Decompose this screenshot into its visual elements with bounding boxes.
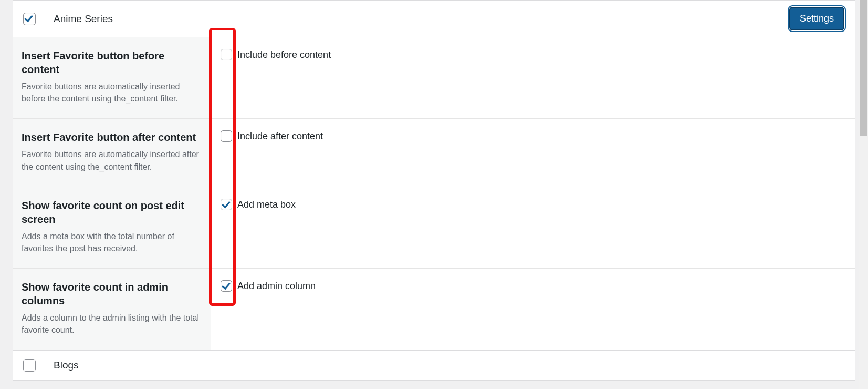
checkbox-label[interactable]: Add admin column	[237, 280, 316, 292]
post-type-title: Blogs	[46, 360, 79, 371]
setting-description: Adds a meta box with the total number of…	[22, 230, 203, 254]
setting-title: Insert Favorite button after content	[22, 130, 203, 144]
post-type-header: Blogs	[13, 351, 855, 380]
scrollbar-thumb[interactable]	[860, 0, 867, 136]
setting-title: Insert Favorite button before content	[22, 49, 203, 76]
post-type-header: Anime Series Settings	[13, 1, 855, 37]
setting-row-add-meta-box: Show favorite count on post edit screenA…	[13, 187, 855, 269]
settings-button[interactable]: Settings	[789, 7, 844, 30]
setting-description: Favorite buttons are automatically inser…	[22, 80, 203, 105]
add-meta-box-checkbox[interactable]	[221, 199, 232, 210]
setting-label-cell: Insert Favorite button before contentFav…	[13, 37, 211, 118]
include-after-content-checkbox[interactable]	[221, 130, 232, 142]
post-type-enable-checkbox[interactable]	[23, 13, 36, 25]
vertical-scrollbar[interactable]	[859, 0, 868, 381]
setting-description: Favorite buttons are automatically inser…	[22, 148, 203, 172]
checkbox-label[interactable]: Add meta box	[237, 199, 296, 210]
setting-title: Show favorite count on post edit screen	[22, 199, 203, 226]
setting-row-add-admin-column: Show favorite count in admin columnsAdds…	[13, 269, 855, 350]
setting-value-cell: Add admin column	[211, 269, 855, 350]
setting-label-cell: Show favorite count in admin columnsAdds…	[13, 269, 211, 350]
setting-value-cell: Add meta box	[211, 187, 855, 268]
setting-description: Adds a column to the admin listing with …	[22, 312, 203, 336]
setting-row-include-after-content: Insert Favorite button after contentFavo…	[13, 119, 855, 187]
post-type-panel-blogs: Blogs	[13, 351, 855, 381]
setting-row-include-before-content: Insert Favorite button before contentFav…	[13, 37, 855, 119]
post-type-title: Anime Series	[46, 13, 789, 25]
setting-value-cell: Include after content	[211, 119, 855, 186]
include-before-content-checkbox[interactable]	[221, 49, 232, 60]
post-type-panel-anime-series: Anime Series Settings Insert Favorite bu…	[13, 0, 855, 351]
setting-value-cell: Include before content	[211, 37, 855, 118]
setting-label-cell: Show favorite count on post edit screenA…	[13, 187, 211, 268]
setting-title: Show favorite count in admin columns	[22, 280, 203, 308]
setting-label-cell: Insert Favorite button after contentFavo…	[13, 119, 211, 186]
post-type-enable-checkbox[interactable]	[23, 359, 36, 372]
add-admin-column-checkbox[interactable]	[221, 280, 232, 292]
checkbox-label[interactable]: Include after content	[237, 130, 323, 142]
checkbox-label[interactable]: Include before content	[237, 49, 331, 60]
